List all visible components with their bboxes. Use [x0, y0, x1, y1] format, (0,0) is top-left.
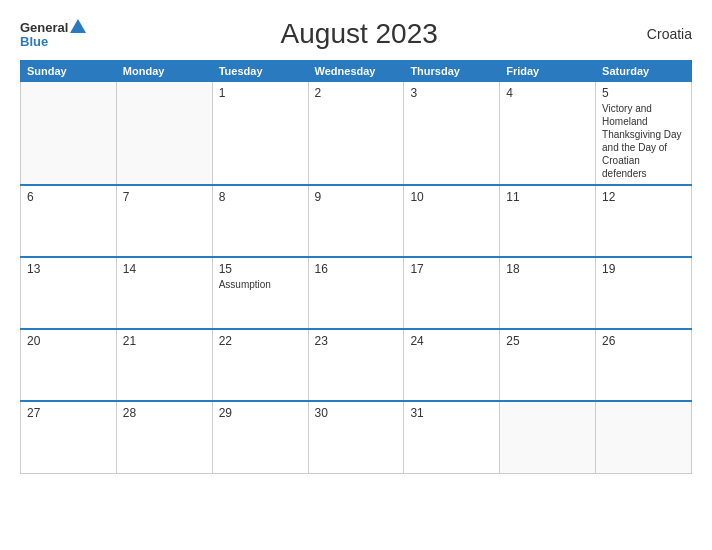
day-number: 7 [123, 190, 206, 204]
day-number: 21 [123, 334, 206, 348]
weekday-header-row: Sunday Monday Tuesday Wednesday Thursday… [21, 61, 692, 82]
calendar-day-cell: 23 [308, 329, 404, 401]
day-number: 6 [27, 190, 110, 204]
day-number: 11 [506, 190, 589, 204]
calendar-day-cell: 18 [500, 257, 596, 329]
day-number: 30 [315, 406, 398, 420]
calendar-page: General Blue August 2023 Croatia Sunday … [0, 0, 712, 550]
holiday-label: Victory and Homeland Thanksgiving Day an… [602, 103, 681, 179]
day-number: 15 [219, 262, 302, 276]
holiday-label: Assumption [219, 279, 271, 290]
calendar-day-cell [21, 82, 117, 186]
calendar-day-cell: 6 [21, 185, 117, 257]
calendar-day-cell: 17 [404, 257, 500, 329]
calendar-day-cell: 15Assumption [212, 257, 308, 329]
day-number: 25 [506, 334, 589, 348]
day-number: 9 [315, 190, 398, 204]
month-title: August 2023 [86, 18, 632, 50]
calendar-day-cell [596, 401, 692, 473]
calendar-day-cell [116, 82, 212, 186]
col-friday: Friday [500, 61, 596, 82]
calendar-week-row: 131415Assumption16171819 [21, 257, 692, 329]
calendar-day-cell: 11 [500, 185, 596, 257]
col-thursday: Thursday [404, 61, 500, 82]
calendar-day-cell: 2 [308, 82, 404, 186]
calendar-day-cell: 8 [212, 185, 308, 257]
calendar-day-cell: 31 [404, 401, 500, 473]
calendar-day-cell: 27 [21, 401, 117, 473]
day-number: 31 [410, 406, 493, 420]
day-number: 28 [123, 406, 206, 420]
day-number: 22 [219, 334, 302, 348]
calendar-day-cell: 29 [212, 401, 308, 473]
day-number: 17 [410, 262, 493, 276]
calendar-day-cell: 16 [308, 257, 404, 329]
col-sunday: Sunday [21, 61, 117, 82]
day-number: 29 [219, 406, 302, 420]
calendar-day-cell: 1 [212, 82, 308, 186]
day-number: 19 [602, 262, 685, 276]
country-label: Croatia [632, 26, 692, 42]
calendar-day-cell: 28 [116, 401, 212, 473]
calendar-day-cell: 26 [596, 329, 692, 401]
calendar-table: Sunday Monday Tuesday Wednesday Thursday… [20, 60, 692, 474]
calendar-day-cell: 20 [21, 329, 117, 401]
day-number: 12 [602, 190, 685, 204]
calendar-day-cell: 4 [500, 82, 596, 186]
calendar-day-cell: 21 [116, 329, 212, 401]
day-number: 1 [219, 86, 302, 100]
day-number: 4 [506, 86, 589, 100]
calendar-week-row: 20212223242526 [21, 329, 692, 401]
col-wednesday: Wednesday [308, 61, 404, 82]
day-number: 18 [506, 262, 589, 276]
calendar-day-cell: 7 [116, 185, 212, 257]
calendar-day-cell: 25 [500, 329, 596, 401]
day-number: 8 [219, 190, 302, 204]
col-tuesday: Tuesday [212, 61, 308, 82]
calendar-day-cell: 10 [404, 185, 500, 257]
calendar-day-cell: 12 [596, 185, 692, 257]
calendar-day-cell: 30 [308, 401, 404, 473]
day-number: 26 [602, 334, 685, 348]
calendar-day-cell [500, 401, 596, 473]
calendar-week-row: 2728293031 [21, 401, 692, 473]
calendar-day-cell: 24 [404, 329, 500, 401]
day-number: 14 [123, 262, 206, 276]
day-number: 20 [27, 334, 110, 348]
logo-general-text: General [20, 21, 68, 35]
calendar-day-cell: 3 [404, 82, 500, 186]
day-number: 10 [410, 190, 493, 204]
calendar-day-cell: 5Victory and Homeland Thanksgiving Day a… [596, 82, 692, 186]
calendar-week-row: 6789101112 [21, 185, 692, 257]
day-number: 3 [410, 86, 493, 100]
day-number: 5 [602, 86, 685, 100]
calendar-day-cell: 22 [212, 329, 308, 401]
calendar-day-cell: 9 [308, 185, 404, 257]
calendar-header: General Blue August 2023 Croatia [20, 18, 692, 50]
day-number: 27 [27, 406, 110, 420]
col-saturday: Saturday [596, 61, 692, 82]
calendar-day-cell: 13 [21, 257, 117, 329]
calendar-week-row: 12345Victory and Homeland Thanksgiving D… [21, 82, 692, 186]
day-number: 16 [315, 262, 398, 276]
day-number: 23 [315, 334, 398, 348]
logo: General Blue [20, 19, 86, 49]
logo-blue-text: Blue [20, 35, 48, 49]
logo-triangle-icon [70, 19, 86, 33]
day-number: 13 [27, 262, 110, 276]
col-monday: Monday [116, 61, 212, 82]
day-number: 24 [410, 334, 493, 348]
day-number: 2 [315, 86, 398, 100]
calendar-day-cell: 14 [116, 257, 212, 329]
calendar-day-cell: 19 [596, 257, 692, 329]
